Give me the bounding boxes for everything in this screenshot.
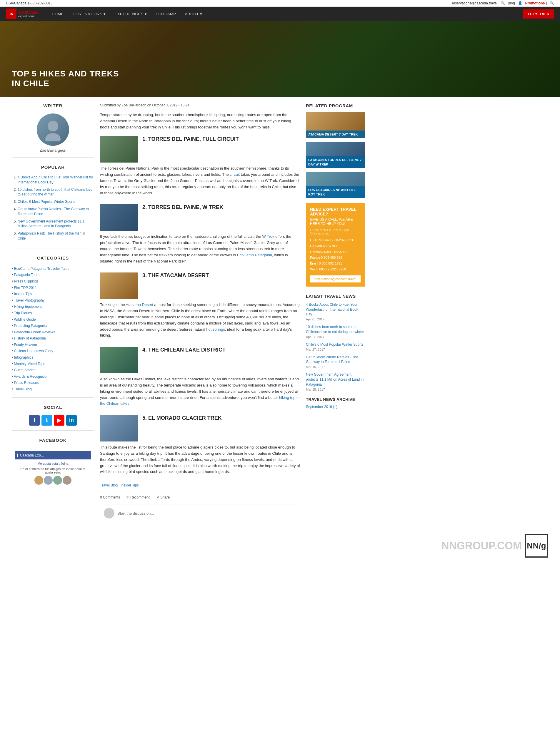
main-content: WRITER Zoe Baillargeon POPULAR 4 Books A…	[0, 97, 560, 528]
popular-item-6[interactable]: Patagonia's Past: The History of the Iri…	[18, 231, 85, 240]
fb-thumb	[44, 476, 53, 485]
news-link-3[interactable]: Chile's 6 Most Popular Winter Sports	[306, 342, 365, 347]
cat-infographics[interactable]: Infographics	[14, 355, 33, 359]
news-date-3: Mar 27, 2017	[306, 348, 365, 351]
news-archive-link[interactable]: September 2016 (1)	[306, 405, 337, 409]
tag-travel-blog[interactable]: Travel Blog	[100, 483, 118, 487]
popular-item-4[interactable]: Get to know Puerto Natales - The Gateway…	[18, 207, 89, 216]
comment-input[interactable]	[117, 511, 296, 516]
popular-item-3[interactable]: Chile's 6 Most Popular Winter Sports	[18, 200, 75, 204]
top-bar-blog[interactable]: Blog	[508, 1, 515, 5]
list-item: Guest Stories	[12, 367, 94, 374]
cat-trip-diaries[interactable]: Trip Diaries	[14, 311, 32, 315]
cat-press-releases[interactable]: Press Releases	[14, 381, 39, 385]
youtube-icon[interactable]: ▶	[54, 415, 64, 426]
nav-cta[interactable]: LET'S TALK	[523, 9, 554, 19]
linkedin-icon[interactable]: in	[66, 415, 77, 426]
twitter-icon[interactable]: t	[41, 415, 52, 426]
cat-travel-blog[interactable]: Travel Blog	[14, 387, 32, 391]
trek-body-5: This route makes the list for being the …	[100, 444, 300, 475]
news-link-4[interactable]: Get to know Puerto Natales - The Gateway…	[306, 355, 365, 365]
list-item: Patagonia Tours	[12, 272, 94, 278]
trek-image-4	[100, 347, 138, 373]
trek-link-hot-springs[interactable]: hot springs	[206, 327, 225, 332]
news-date-4: Mar 16, 2017	[306, 365, 365, 369]
program-image-3: LOS GLACIARES NP AND FITZ ROY TREK	[306, 172, 365, 198]
nav-logo[interactable]: 25 CASCADA expeditions	[6, 8, 39, 19]
facebook-label: FACEBOOK	[12, 438, 94, 444]
phone-germany-link[interactable]: 0-800-182-6938	[324, 250, 347, 254]
phone-uk-link[interactable]: 0-800-051-7095	[315, 244, 338, 248]
cat-history[interactable]: History of Patagonia	[14, 336, 46, 340]
fb-like-text[interactable]: Me gusta esta página	[17, 462, 88, 465]
popular-item-5[interactable]: New Government Agreement protects 11.1 M…	[18, 219, 84, 228]
top-bar-search2-icon[interactable]: 🔍	[550, 1, 554, 5]
phone-germany: Germany 0-800-182-6938	[310, 249, 361, 255]
trek-link-chilean-lakes[interactable]: hiking trip in the Chilean lakes	[100, 395, 299, 406]
list-item: Travel Blog	[12, 386, 94, 393]
list-item: Awards & Recognition	[12, 374, 94, 380]
cat-guest-stories[interactable]: Guest Stories	[14, 368, 36, 372]
phone-usa-link[interactable]: 1-888-232-3813	[330, 238, 353, 242]
phone-brasil-link[interactable]: 0-800-892-1291	[319, 261, 342, 265]
trek-link-atacama[interactable]: Atacama Desert	[126, 302, 153, 307]
news-link-5[interactable]: New Government Agreement protects 11.1 M…	[306, 372, 365, 387]
cat-protecting[interactable]: Protecting Patagonia	[14, 323, 47, 328]
top-bar-email[interactable]: reservations@cascada.travel	[452, 1, 498, 5]
expert-email[interactable]: reservations@cascada.travel	[310, 275, 361, 282]
trek-link-circuit[interactable]: circuit	[230, 172, 240, 177]
comments-count-text: 0 Comments	[100, 495, 120, 499]
tag-insider-tips[interactable]: Insider Tips	[121, 483, 139, 487]
hero: TOP 5 HIKES AND TREKS IN CHILE	[0, 21, 560, 97]
nav-ecocamp[interactable]: ECOCAMP	[152, 7, 180, 21]
facebook-icon[interactable]: f	[29, 415, 40, 426]
nav-links: HOME DESTINATIONS ▾ EXPERIENCES ▾ ECOCAM…	[48, 7, 520, 21]
cat-hiking[interactable]: Hiking Equipment	[14, 304, 42, 309]
nav-home[interactable]: HOME	[48, 7, 68, 21]
news-link-2[interactable]: 10 dishes from north to south that Chile…	[306, 324, 365, 335]
news-item-1: 4 Books About Chile to Fuel Your Wanderl…	[306, 302, 365, 321]
list-item: Protecting Patagonia	[12, 323, 94, 329]
nav-about[interactable]: ABOUT ▾	[181, 7, 206, 21]
program-image-2: PATAGONIA TORRES DEL PAINE 7 DAY W TREK	[306, 142, 365, 168]
comments-count: 0 Comments	[100, 495, 120, 499]
cat-chilean[interactable]: Chilean Hometown Glory	[14, 349, 53, 353]
program-card-1[interactable]: ATACAMA DESERT 7 DAY TREK	[306, 112, 365, 138]
cat-awards[interactable]: Awards & Recognition	[14, 375, 48, 379]
cat-monthly-mixed-tape[interactable]: Monthly Mixed Tape	[14, 362, 45, 366]
popular-item-2[interactable]: 10 dishes from north to south that Chile…	[18, 188, 92, 197]
top-bar-promotions[interactable]: Promotions |	[525, 1, 547, 5]
share-button[interactable]: ↗ Share	[156, 495, 170, 499]
trek-info-3: 3. THE ATACAMA DESERT	[142, 272, 209, 281]
trek-link-w[interactable]: W Trek	[262, 234, 274, 239]
cat-insider-tips[interactable]: Insider Tips	[14, 292, 32, 296]
top-bar-right: reservations@cascada.travel 🔍 Blog 👤 Pro…	[452, 1, 554, 5]
cat-fire-tdp[interactable]: Fire TDP 2011	[14, 286, 37, 290]
logo-text: CASCADA expeditions	[18, 10, 39, 18]
cat-ebook[interactable]: Patagonia Ebook Reviews	[14, 330, 55, 334]
fb-logo: f	[17, 453, 18, 458]
cat-press-clippings[interactable]: Press Clippings	[14, 279, 39, 284]
nav-destinations[interactable]: DESTINATIONS ▾	[68, 7, 110, 21]
fb-page-name: Cascada Exp...	[20, 453, 44, 457]
trek-info-1: 1. TORRES DEL PAINE, FULL CIRCUIT	[142, 136, 239, 144]
phone-france-link[interactable]: 0-805-080-589	[321, 256, 342, 259]
program-card-3[interactable]: LOS GLACIARES NP AND FITZ ROY TREK	[306, 172, 365, 198]
popular-item-1[interactable]: 4 Books About Chile to Fuel Your Wanderl…	[18, 175, 93, 184]
cat-ecocamp[interactable]: EcoCamp Patagonia Traveler Tales	[14, 267, 69, 271]
news-item-2: 10 dishes from north to south that Chile…	[306, 324, 365, 339]
cat-wildlife[interactable]: Wildlife Guide	[14, 317, 36, 321]
phone-world-link[interactable]: 0056-2-2923-5950	[319, 268, 346, 271]
cat-foody[interactable]: Foody Heaven	[14, 343, 37, 347]
news-link-1[interactable]: 4 Books About Chile to Fuel Your Wanderl…	[306, 302, 365, 317]
top-bar-phone: USA/Canada 1-888-232-3813	[6, 1, 53, 5]
fb-box-body: Me gusta esta página Sé el primero de tu…	[15, 459, 91, 487]
cat-patagonia-tours[interactable]: Patagonia Tours	[14, 273, 40, 277]
trek-link-ecocamp[interactable]: EcoCamp Patagonia	[237, 253, 272, 257]
program-card-2[interactable]: PATAGONIA TORRES DEL PAINE 7 DAY W TREK	[306, 142, 365, 168]
cat-travel-photography[interactable]: Travel Photography	[14, 298, 44, 302]
nav-experiences[interactable]: EXPERIENCES ▾	[111, 7, 151, 21]
recommend-button[interactable]: ♡ Recommend	[126, 495, 150, 499]
popular-section: POPULAR 4 Books About Chile to Fuel Your…	[12, 165, 94, 248]
top-bar-search-icon[interactable]: 🔍	[501, 1, 505, 5]
